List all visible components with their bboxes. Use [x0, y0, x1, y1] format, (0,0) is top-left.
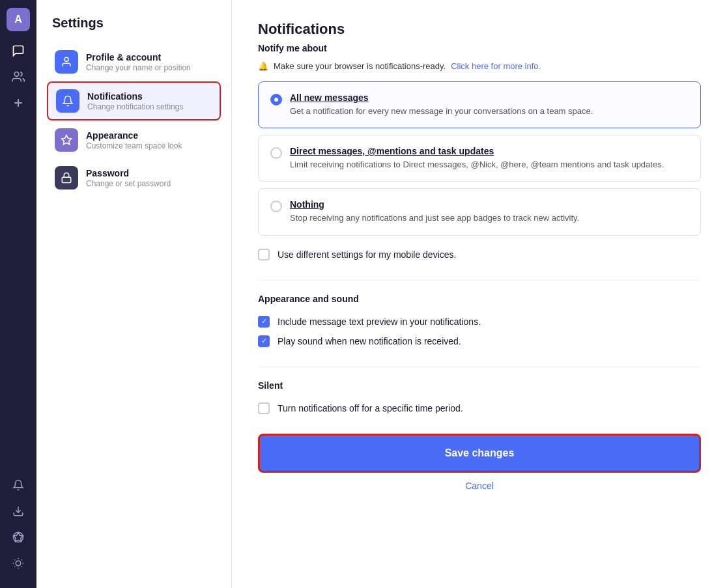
- radio-circle-direct: [270, 147, 282, 159]
- sidebar-item-profile-desc: Change your name or position: [86, 63, 191, 72]
- main-content: Notifications Notify me about 🔔 Make sur…: [232, 0, 727, 588]
- bell-notice-icon: 🔔: [258, 61, 268, 71]
- sidebar-item-notifications-label: Notifications: [87, 91, 183, 102]
- sidebar-item-password[interactable]: Password Change or set password: [47, 160, 221, 196]
- divider-1: [258, 280, 701, 281]
- radio-option-all[interactable]: All new messages Get a notification for …: [258, 81, 701, 128]
- radio-label-nothing: Nothing: [290, 199, 579, 210]
- sidebar-item-password-label: Password: [86, 168, 171, 178]
- icon-bar: A: [0, 0, 36, 588]
- soccer-icon[interactable]: [7, 525, 30, 549]
- sidebar: Settings Profile & account Change your n…: [36, 0, 232, 588]
- radio-label-direct: Direct messages, @mentions and task upda…: [290, 146, 664, 156]
- profile-icon: [55, 50, 78, 74]
- silent-checkbox-row[interactable]: Turn notifications off for a specific ti…: [258, 399, 701, 418]
- svg-rect-9: [62, 177, 71, 182]
- add-workspace-icon[interactable]: [7, 91, 30, 115]
- sidebar-item-profile[interactable]: Profile & account Change your name or po…: [47, 44, 221, 80]
- mobile-checkbox-label: Use different settings for my mobile dev…: [278, 249, 456, 260]
- radio-circle-nothing: [270, 201, 282, 212]
- app-avatar[interactable]: A: [7, 8, 30, 31]
- silent-checkbox-label: Turn notifications off for a specific ti…: [278, 403, 463, 413]
- notifications-icon: [56, 89, 79, 113]
- page-title: Notifications: [258, 21, 701, 38]
- radio-circle-all: [270, 94, 282, 105]
- sidebar-item-appearance-desc: Customize team space look: [86, 141, 182, 150]
- preview-checkbox-row[interactable]: ✓ Include message text preview in your n…: [258, 312, 701, 331]
- sound-checkbox-row[interactable]: ✓ Play sound when new notification is re…: [258, 331, 701, 351]
- svg-marker-8: [62, 135, 72, 145]
- preview-checkbox[interactable]: ✓: [258, 316, 270, 328]
- sidebar-item-appearance[interactable]: Appearance Customize team space look: [47, 122, 221, 158]
- password-icon: [55, 166, 78, 189]
- appearance-icon: [55, 128, 78, 152]
- browser-notice-link[interactable]: Click here for more info.: [451, 61, 541, 71]
- save-changes-button[interactable]: Save changes: [258, 434, 701, 473]
- browser-notice-text: Make sure your browser is notifications-…: [274, 61, 446, 71]
- bell-icon[interactable]: [7, 473, 30, 497]
- radio-option-direct[interactable]: Direct messages, @mentions and task upda…: [258, 135, 701, 182]
- divider-2: [258, 367, 701, 367]
- theme-icon[interactable]: [7, 552, 30, 575]
- appearance-sound-label: Appearance and sound: [258, 294, 701, 304]
- mobile-checkbox-row[interactable]: Use different settings for my mobile dev…: [258, 245, 701, 264]
- sound-checkbox-label: Play sound when new notification is rece…: [278, 336, 461, 346]
- radio-label-all: All new messages: [290, 92, 593, 103]
- preview-checkbox-label: Include message text preview in your not…: [278, 316, 481, 327]
- radio-desc-nothing: Stop receiving any notifications and jus…: [290, 212, 579, 224]
- svg-point-0: [14, 72, 19, 77]
- svg-point-6: [16, 561, 21, 566]
- save-btn-wrapper: Save changes Cancel: [258, 434, 701, 491]
- mobile-checkbox[interactable]: [258, 249, 270, 260]
- radio-desc-direct: Limit receiving notifications to Direct …: [290, 159, 664, 171]
- notify-section-label: Notify me about: [258, 43, 701, 53]
- silent-checkbox[interactable]: [258, 402, 270, 414]
- radio-desc-all: Get a notification for every new message…: [290, 105, 593, 117]
- sidebar-item-notifications-desc: Change notification settings: [87, 102, 183, 111]
- sidebar-item-notifications[interactable]: Notifications Change notification settin…: [47, 81, 221, 120]
- cancel-link[interactable]: Cancel: [258, 481, 701, 491]
- browser-notice: 🔔 Make sure your browser is notification…: [258, 61, 701, 71]
- sidebar-item-password-desc: Change or set password: [86, 179, 171, 188]
- radio-option-nothing[interactable]: Nothing Stop receiving any notifications…: [258, 188, 701, 235]
- sidebar-item-profile-label: Profile & account: [86, 52, 191, 63]
- settings-title: Settings: [47, 16, 221, 31]
- silent-section-label: Silent: [258, 380, 701, 391]
- download-icon[interactable]: [7, 499, 30, 523]
- sidebar-item-appearance-label: Appearance: [86, 130, 182, 141]
- sound-checkbox[interactable]: ✓: [258, 335, 270, 347]
- contacts-icon[interactable]: [7, 65, 30, 89]
- chat-icon[interactable]: [7, 39, 30, 63]
- svg-point-7: [64, 57, 68, 61]
